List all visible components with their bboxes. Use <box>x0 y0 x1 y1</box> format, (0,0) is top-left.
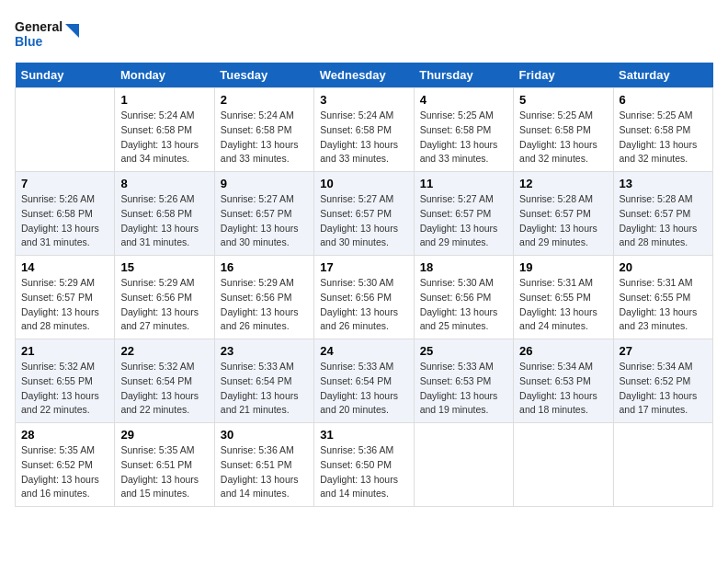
day-number: 7 <box>21 177 108 190</box>
svg-text:Blue: Blue <box>15 34 43 49</box>
day-number: 20 <box>620 260 707 274</box>
calendar-cell: 15Sunrise: 5:29 AM Sunset: 6:56 PM Dayli… <box>115 256 214 339</box>
day-info: Sunrise: 5:33 AM Sunset: 6:53 PM Dayligh… <box>420 360 507 418</box>
calendar-cell: 1Sunrise: 5:24 AM Sunset: 6:58 PM Daylig… <box>115 88 214 172</box>
day-number: 31 <box>320 428 407 442</box>
day-info: Sunrise: 5:24 AM Sunset: 6:58 PM Dayligh… <box>320 109 407 167</box>
day-number: 17 <box>320 260 407 274</box>
calendar-cell: 5Sunrise: 5:25 AM Sunset: 6:58 PM Daylig… <box>514 88 613 172</box>
calendar-cell: 14Sunrise: 5:29 AM Sunset: 6:57 PM Dayli… <box>16 256 115 339</box>
calendar-cell: 28Sunrise: 5:35 AM Sunset: 6:52 PM Dayli… <box>16 423 115 507</box>
day-info: Sunrise: 5:26 AM Sunset: 6:58 PM Dayligh… <box>21 192 108 250</box>
calendar-cell: 3Sunrise: 5:24 AM Sunset: 6:58 PM Daylig… <box>314 88 414 172</box>
calendar-body: 1Sunrise: 5:24 AM Sunset: 6:58 PM Daylig… <box>16 88 713 507</box>
day-info: Sunrise: 5:35 AM Sunset: 6:52 PM Dayligh… <box>21 443 108 501</box>
calendar-cell: 4Sunrise: 5:25 AM Sunset: 6:58 PM Daylig… <box>414 88 513 172</box>
calendar-cell: 25Sunrise: 5:33 AM Sunset: 6:53 PM Dayli… <box>414 339 513 423</box>
day-number: 26 <box>519 344 607 358</box>
day-number: 2 <box>221 93 308 107</box>
calendar-cell: 26Sunrise: 5:34 AM Sunset: 6:53 PM Dayli… <box>514 339 613 423</box>
week-row-5: 28Sunrise: 5:35 AM Sunset: 6:52 PM Dayli… <box>16 423 713 507</box>
calendar-cell <box>514 423 613 507</box>
day-info: Sunrise: 5:25 AM Sunset: 6:58 PM Dayligh… <box>420 109 507 167</box>
day-info: Sunrise: 5:28 AM Sunset: 6:57 PM Dayligh… <box>620 192 707 250</box>
day-number: 10 <box>320 177 407 190</box>
calendar-cell: 19Sunrise: 5:31 AM Sunset: 6:55 PM Dayli… <box>514 256 613 339</box>
calendar-cell: 29Sunrise: 5:35 AM Sunset: 6:51 PM Dayli… <box>115 423 214 507</box>
calendar-cell: 13Sunrise: 5:28 AM Sunset: 6:57 PM Dayli… <box>613 172 712 256</box>
day-info: Sunrise: 5:24 AM Sunset: 6:58 PM Dayligh… <box>120 109 208 167</box>
day-number: 29 <box>120 428 208 442</box>
header-cell-friday: Friday <box>514 63 613 88</box>
logo: GeneralBlue <box>15 15 79 52</box>
header-cell-wednesday: Wednesday <box>314 63 414 88</box>
day-number: 4 <box>420 93 507 107</box>
calendar-cell: 2Sunrise: 5:24 AM Sunset: 6:58 PM Daylig… <box>214 88 313 172</box>
calendar-cell: 16Sunrise: 5:29 AM Sunset: 6:56 PM Dayli… <box>214 256 313 339</box>
calendar-cell: 20Sunrise: 5:31 AM Sunset: 6:55 PM Dayli… <box>613 256 712 339</box>
day-info: Sunrise: 5:36 AM Sunset: 6:50 PM Dayligh… <box>320 443 407 501</box>
calendar-table: SundayMondayTuesdayWednesdayThursdayFrid… <box>15 63 713 507</box>
day-info: Sunrise: 5:30 AM Sunset: 6:56 PM Dayligh… <box>420 276 507 334</box>
day-number: 11 <box>420 177 507 190</box>
day-number: 12 <box>519 177 607 190</box>
day-info: Sunrise: 5:27 AM Sunset: 6:57 PM Dayligh… <box>320 192 407 250</box>
calendar-cell: 18Sunrise: 5:30 AM Sunset: 6:56 PM Dayli… <box>414 256 513 339</box>
header-cell-monday: Monday <box>115 63 214 88</box>
day-info: Sunrise: 5:27 AM Sunset: 6:57 PM Dayligh… <box>221 192 308 250</box>
header-row: SundayMondayTuesdayWednesdayThursdayFrid… <box>16 63 713 88</box>
day-number: 30 <box>221 428 308 442</box>
calendar-cell: 6Sunrise: 5:25 AM Sunset: 6:58 PM Daylig… <box>613 88 712 172</box>
svg-marker-2 <box>65 24 79 38</box>
day-info: Sunrise: 5:30 AM Sunset: 6:56 PM Dayligh… <box>320 276 407 334</box>
day-number: 8 <box>120 177 208 190</box>
day-number: 21 <box>21 344 108 358</box>
day-number: 19 <box>519 260 607 274</box>
day-number: 22 <box>120 344 208 358</box>
day-info: Sunrise: 5:35 AM Sunset: 6:51 PM Dayligh… <box>120 443 208 501</box>
header-cell-thursday: Thursday <box>414 63 513 88</box>
day-number: 9 <box>221 177 308 190</box>
day-number: 27 <box>620 344 707 358</box>
calendar-cell: 23Sunrise: 5:33 AM Sunset: 6:54 PM Dayli… <box>214 339 313 423</box>
day-number: 25 <box>420 344 507 358</box>
day-number: 14 <box>21 260 108 274</box>
day-info: Sunrise: 5:33 AM Sunset: 6:54 PM Dayligh… <box>320 360 407 418</box>
calendar-cell <box>414 423 513 507</box>
calendar-cell: 9Sunrise: 5:27 AM Sunset: 6:57 PM Daylig… <box>214 172 313 256</box>
calendar-cell: 30Sunrise: 5:36 AM Sunset: 6:51 PM Dayli… <box>214 423 313 507</box>
calendar-cell: 27Sunrise: 5:34 AM Sunset: 6:52 PM Dayli… <box>613 339 712 423</box>
calendar-cell: 21Sunrise: 5:32 AM Sunset: 6:55 PM Dayli… <box>16 339 115 423</box>
day-info: Sunrise: 5:29 AM Sunset: 6:56 PM Dayligh… <box>120 276 208 334</box>
header-cell-saturday: Saturday <box>613 63 712 88</box>
day-info: Sunrise: 5:33 AM Sunset: 6:54 PM Dayligh… <box>221 360 308 418</box>
week-row-3: 14Sunrise: 5:29 AM Sunset: 6:57 PM Dayli… <box>16 256 713 339</box>
day-info: Sunrise: 5:27 AM Sunset: 6:57 PM Dayligh… <box>420 192 507 250</box>
calendar-cell: 10Sunrise: 5:27 AM Sunset: 6:57 PM Dayli… <box>314 172 414 256</box>
day-info: Sunrise: 5:31 AM Sunset: 6:55 PM Dayligh… <box>620 276 707 334</box>
calendar-header: SundayMondayTuesdayWednesdayThursdayFrid… <box>16 63 713 88</box>
day-number: 28 <box>21 428 108 442</box>
svg-text:General: General <box>15 19 63 34</box>
week-row-4: 21Sunrise: 5:32 AM Sunset: 6:55 PM Dayli… <box>16 339 713 423</box>
calendar-cell: 24Sunrise: 5:33 AM Sunset: 6:54 PM Dayli… <box>314 339 414 423</box>
calendar-cell: 22Sunrise: 5:32 AM Sunset: 6:54 PM Dayli… <box>115 339 214 423</box>
day-number: 18 <box>420 260 507 274</box>
calendar-cell: 11Sunrise: 5:27 AM Sunset: 6:57 PM Dayli… <box>414 172 513 256</box>
calendar-cell <box>613 423 712 507</box>
day-number: 3 <box>320 93 407 107</box>
day-info: Sunrise: 5:26 AM Sunset: 6:58 PM Dayligh… <box>120 192 208 250</box>
calendar-cell: 8Sunrise: 5:26 AM Sunset: 6:58 PM Daylig… <box>115 172 214 256</box>
calendar-cell: 7Sunrise: 5:26 AM Sunset: 6:58 PM Daylig… <box>16 172 115 256</box>
logo-svg: GeneralBlue <box>15 15 79 52</box>
day-info: Sunrise: 5:28 AM Sunset: 6:57 PM Dayligh… <box>519 192 607 250</box>
day-info: Sunrise: 5:34 AM Sunset: 6:53 PM Dayligh… <box>519 360 607 418</box>
day-info: Sunrise: 5:32 AM Sunset: 6:55 PM Dayligh… <box>21 360 108 418</box>
day-info: Sunrise: 5:29 AM Sunset: 6:56 PM Dayligh… <box>221 276 308 334</box>
day-number: 5 <box>519 93 607 107</box>
day-number: 23 <box>221 344 308 358</box>
week-row-2: 7Sunrise: 5:26 AM Sunset: 6:58 PM Daylig… <box>16 172 713 256</box>
day-number: 6 <box>620 93 707 107</box>
day-number: 1 <box>120 93 208 107</box>
day-number: 13 <box>620 177 707 190</box>
